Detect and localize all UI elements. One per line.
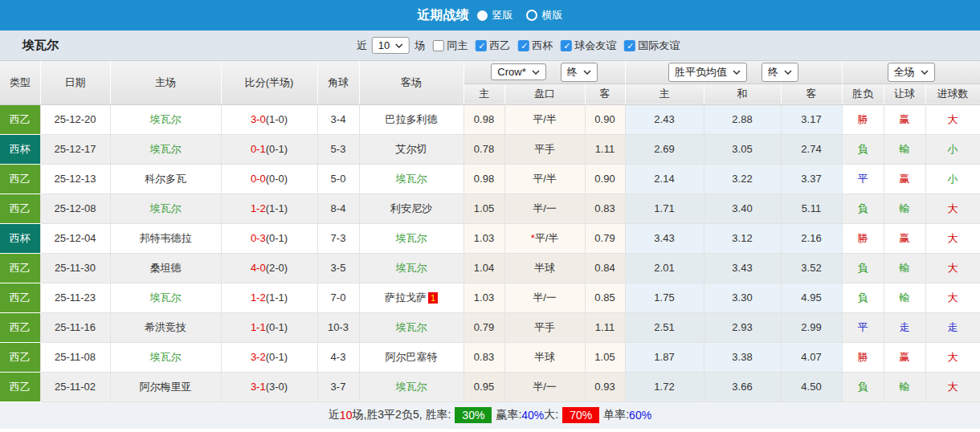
result-cell: 負	[842, 134, 884, 164]
single-rate-label: 单率:	[603, 408, 629, 422]
col-header-result: 胜负	[842, 84, 884, 104]
checkbox-cup[interactable]	[518, 40, 529, 51]
results-table: 类型 日期 主场 比分(半场) 角球 客场 Crow* 终	[0, 61, 980, 402]
handicap-line: 半/一	[533, 291, 557, 304]
date-cell: 25-11-08	[40, 342, 110, 372]
checkbox-club-friendly[interactable]	[561, 40, 572, 51]
checkbox-league[interactable]	[476, 40, 487, 51]
mean-type-select[interactable]: 胜平负均值	[668, 63, 747, 82]
goals-result-cell: 大	[925, 342, 980, 372]
col-header-type: 类型	[0, 61, 40, 104]
away-team-name: 艾尔切	[396, 143, 427, 155]
away-odds-cell: 1.11	[585, 312, 625, 342]
spread-result-cell: 輸	[884, 283, 925, 312]
checkbox-intl-friendly-label[interactable]: 国际友谊	[638, 39, 680, 53]
score-cell: 0-3(0-1)	[221, 223, 317, 253]
away-team-cell: 埃瓦尔	[359, 253, 463, 283]
scope-control-cell: 全场	[842, 61, 980, 84]
mean-home-cell: 1.87	[625, 342, 704, 372]
recent-count-select[interactable]: 10	[372, 37, 410, 54]
halftime-score: (1-1)	[266, 202, 288, 214]
away-team-cell: 利安尼沙	[359, 194, 463, 223]
chevron-down-icon	[921, 70, 929, 75]
goals-result-cell: 大	[925, 104, 980, 134]
vertical-radio[interactable]	[477, 10, 488, 21]
odds-company-select[interactable]: Crow*	[491, 63, 545, 80]
horizontal-radio-label[interactable]: 横版	[542, 8, 563, 22]
big-rate-badge: 70%	[562, 407, 599, 423]
chevron-down-icon	[583, 70, 591, 75]
mean-home-cell: 1.72	[625, 372, 704, 401]
score-cell: 1-2(1-1)	[221, 194, 317, 223]
home-team-cell: 科尔多瓦	[110, 164, 221, 194]
handicap-cell: 半球	[504, 342, 585, 372]
spread-result-cell: 輸	[884, 194, 925, 223]
handicap-cell: 半/一	[504, 194, 585, 223]
home-odds-cell: 0.98	[463, 104, 504, 134]
mean-home-cell: 2.14	[625, 164, 704, 194]
mean-away-cell: 3.17	[781, 104, 842, 134]
home-odds-cell: 0.79	[463, 312, 504, 342]
goals-result-cell: 大	[925, 253, 980, 283]
mean-draw-cell: 3.30	[704, 283, 781, 312]
away-team-cell: 艾尔切	[359, 134, 463, 164]
checkbox-same-home-label[interactable]: 同主	[447, 39, 468, 53]
home-odds-cell: 0.78	[463, 134, 504, 164]
scope-select[interactable]: 全场	[888, 63, 935, 82]
mean-home-cell: 2.69	[625, 134, 704, 164]
corners-cell: 4-3	[317, 342, 359, 372]
fulltime-score: 3-1	[251, 381, 266, 393]
handicap-line: 平/半	[535, 232, 559, 244]
odds-stage-select[interactable]: 终	[561, 63, 598, 82]
win-rate-badge: 30%	[455, 407, 492, 423]
away-team-name: 埃瓦尔	[396, 173, 427, 185]
single-rate-value: 60%	[629, 409, 651, 422]
mean-away-cell: 4.95	[781, 283, 842, 312]
halftime-score: (2-0)	[266, 262, 288, 274]
horizontal-radio[interactable]	[526, 10, 537, 21]
home-team-cell: 埃瓦尔	[110, 104, 221, 134]
league-badge: 西乙	[0, 253, 40, 283]
spread-result-cell: 走	[884, 312, 925, 342]
summary-bar: 近10场,胜3平2负5, 胜率:30%赢率:40%大:70%单率:60%	[0, 402, 980, 429]
fulltime-score: 1-2	[251, 291, 266, 304]
checkbox-intl-friendly[interactable]	[624, 40, 635, 51]
vertical-radio-label[interactable]: 竖版	[492, 8, 513, 22]
date-cell: 25-12-20	[40, 104, 110, 134]
mean-draw-cell: 2.93	[704, 312, 781, 342]
handicap-cell: 平/半	[504, 104, 585, 134]
home-odds-cell: 0.98	[463, 164, 504, 194]
away-team-name: 阿尔巴塞特	[386, 351, 438, 363]
corners-cell: 3-5	[317, 253, 359, 283]
halftime-score: (1-0)	[266, 113, 288, 125]
chevron-down-icon	[532, 70, 540, 75]
league-badge: 西杯	[0, 223, 40, 253]
halftime-score: (1-1)	[266, 291, 288, 304]
home-odds-cell: 1.04	[463, 253, 504, 283]
mean-away-cell: 2.16	[781, 223, 842, 253]
away-team-cell: 阿尔巴塞特	[359, 342, 463, 372]
home-odds-cell: 1.05	[463, 194, 504, 223]
checkbox-cup-label[interactable]: 西杯	[532, 39, 553, 53]
fulltime-score: 0-3	[251, 232, 266, 244]
col-header-odds-home: 主	[463, 84, 504, 104]
checkbox-club-friendly-label[interactable]: 球会友谊	[574, 39, 616, 53]
date-cell: 25-12-13	[40, 164, 110, 194]
checkbox-same-home[interactable]	[433, 40, 444, 51]
home-team-name: 邦特韦德拉	[140, 232, 192, 244]
halftime-score: (0-1)	[266, 232, 288, 244]
away-odds-cell: 1.11	[585, 134, 625, 164]
mean-home-cell: 3.43	[625, 223, 704, 253]
red-card-badge: 1	[428, 292, 438, 304]
spread-result-cell: 赢	[884, 104, 925, 134]
table-row: 西乙 25-12-08 埃瓦尔 1-2(1-1) 8-4 利安尼沙 1.05 半…	[0, 194, 980, 223]
away-team-name: 埃瓦尔	[396, 321, 427, 333]
checkbox-league-label[interactable]: 西乙	[489, 39, 510, 53]
col-header-handicap: 盘口	[504, 84, 585, 104]
result-cell: 平	[842, 312, 884, 342]
mean-draw-cell: 3.40	[704, 194, 781, 223]
score-cell: 3-1(3-0)	[221, 372, 317, 401]
home-team-name: 希洪竞技	[145, 321, 186, 333]
mean-stage-select[interactable]: 终	[762, 63, 798, 82]
league-badge: 西乙	[0, 164, 40, 194]
